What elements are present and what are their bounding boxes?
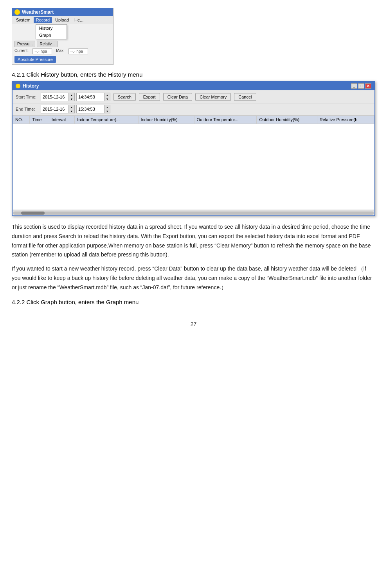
app-title: WeatherSmart: [22, 9, 54, 15]
max-label: Max:: [56, 48, 65, 54]
end-time-input[interactable]: [76, 105, 104, 113]
window-controls: _ □ ✕: [351, 83, 371, 89]
horizontal-scrollbar[interactable]: [13, 210, 374, 215]
menu-system[interactable]: System: [14, 17, 33, 23]
col-outdoor-humidity: Outdoor Humidity(%): [257, 116, 317, 124]
body-text-1: This section is used to display recorded…: [12, 222, 375, 260]
dropdown-history[interactable]: History: [36, 25, 67, 32]
menu-record[interactable]: Record: [34, 17, 52, 23]
dropdown-graph[interactable]: Graph: [36, 32, 67, 39]
search-button[interactable]: Search: [113, 93, 136, 101]
current-value: --.- hpa: [32, 48, 52, 54]
start-time-input[interactable]: [76, 93, 104, 101]
app-content: Pressu... Relativ... Current: --.- hpa M…: [12, 39, 113, 65]
col-indoor-temp: Indoor Temperature(...: [75, 116, 138, 124]
record-dropdown: History Graph: [36, 24, 67, 39]
start-time-spin: ▲ ▼: [104, 93, 110, 101]
body-text-2: If you wanted to start a new weather his…: [12, 264, 375, 292]
history-title-bar: History _ □ ✕: [13, 82, 374, 90]
start-date-input[interactable]: [41, 93, 69, 101]
table-header-row: NO. Time Interval Indoor Temperature(...…: [13, 116, 374, 124]
end-time-label: End Time:: [16, 107, 39, 111]
relative-btn[interactable]: Relativ...: [37, 41, 57, 47]
end-time-spin: ▲ ▼: [104, 105, 110, 113]
current-label: Current:: [14, 48, 29, 54]
max-value: --.- hpa: [68, 48, 88, 54]
end-time-down[interactable]: ▼: [104, 109, 110, 113]
end-time-up[interactable]: ▲: [104, 105, 110, 109]
export-button[interactable]: Export: [139, 93, 160, 101]
clear-data-button[interactable]: Clear Data: [163, 93, 193, 101]
app-title-bar: WeatherSmart: [12, 8, 113, 16]
end-date-down[interactable]: ▼: [69, 109, 74, 113]
section-421-heading: 4.2.1 Click History button, enters the H…: [12, 71, 375, 78]
end-time-group: End Time: ▲ ▼ ▲ ▼: [16, 105, 371, 113]
app-screenshot: WeatherSmart System Record Upload He... …: [12, 8, 113, 65]
start-time-down[interactable]: ▼: [104, 97, 110, 101]
current-max-row: Current: --.- hpa Max: --.- hpa: [14, 48, 111, 54]
pressure-btn[interactable]: Pressu...: [14, 41, 35, 47]
scrollbar-track: [13, 212, 374, 215]
end-date-up[interactable]: ▲: [69, 105, 74, 109]
cancel-button[interactable]: Cancel: [234, 93, 256, 101]
start-time-group: Start Time: ▲ ▼ ▲ ▼: [16, 93, 110, 101]
start-date-group: ▲ ▼: [41, 93, 75, 101]
minimize-button[interactable]: _: [351, 83, 357, 89]
end-date-spin: ▲ ▼: [69, 105, 75, 113]
page-number: 27: [12, 321, 375, 327]
start-date-spin: ▲ ▼: [69, 93, 75, 101]
end-date-group: ▲ ▼: [41, 105, 75, 113]
start-time-up[interactable]: ▲: [104, 93, 110, 97]
close-button[interactable]: ✕: [365, 83, 371, 89]
section-422-heading: 4.2.2 Click Graph button, enters the Gra…: [12, 299, 375, 305]
history-table-container: NO. Time Interval Indoor Temperature(...…: [13, 115, 374, 210]
col-time: Time: [30, 116, 49, 124]
history-title-left: History: [16, 83, 39, 89]
end-time-input-group: ▲ ▼: [76, 105, 110, 113]
maximize-button[interactable]: □: [358, 83, 364, 89]
col-interval: Interval: [49, 116, 74, 124]
clear-memory-button[interactable]: Clear Memory: [195, 93, 231, 101]
col-rel-pressure: Relative Pressure(h: [317, 116, 374, 124]
menu-help[interactable]: He...: [72, 17, 86, 23]
history-title: History: [23, 83, 39, 89]
history-toolbar: Start Time: ▲ ▼ ▲ ▼ Search Export Clear …: [13, 90, 374, 104]
history-icon: [16, 84, 20, 88]
col-no: NO.: [13, 116, 30, 124]
table-row: [13, 124, 374, 210]
app-menu-bar: System Record Upload He...: [12, 16, 113, 24]
weather-icon: [14, 9, 20, 15]
start-time-input-group: ▲ ▼: [76, 93, 110, 101]
history-table: NO. Time Interval Indoor Temperature(...…: [13, 115, 374, 210]
menu-upload[interactable]: Upload: [53, 17, 71, 23]
start-date-up[interactable]: ▲: [69, 93, 74, 97]
col-outdoor-temp: Outdoor Temperatur...: [194, 116, 257, 124]
end-date-input[interactable]: [41, 105, 69, 113]
history-window: History _ □ ✕ Start Time: ▲ ▼ ▲ ▼: [12, 81, 375, 216]
sensor-row: Pressu... Relativ...: [14, 41, 111, 47]
col-indoor-humidity: Indoor Humidity(%): [138, 116, 194, 124]
abs-pressure-button[interactable]: Absolute Pressure: [14, 56, 56, 63]
scrollbar-thumb[interactable]: [21, 212, 45, 215]
start-time-label: Start Time:: [16, 95, 39, 99]
start-date-down[interactable]: ▼: [69, 97, 74, 101]
